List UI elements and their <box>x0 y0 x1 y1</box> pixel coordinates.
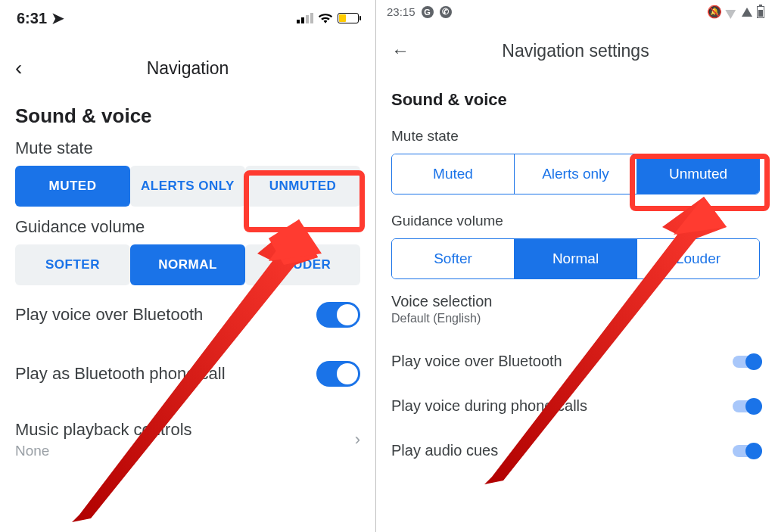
mute-state-segmented: Muted Alerts only Unmuted <box>391 154 760 194</box>
section-heading: Sound & voice <box>391 90 760 110</box>
android-nav-bar: ← Navigation settings <box>376 28 775 73</box>
mute-option-alerts[interactable]: Alerts only <box>514 154 636 194</box>
status-time: 6:31 <box>17 10 47 26</box>
mute-option-unmuted[interactable]: Unmuted <box>636 154 759 194</box>
battery-icon <box>757 6 764 18</box>
page-title: Navigation settings <box>502 41 649 61</box>
row-play-bluetooth[interactable]: Play voice over Bluetooth <box>15 285 360 344</box>
guidance-option-normal[interactable]: Normal <box>514 239 636 278</box>
guidance-volume-label: Guidance volume <box>15 217 360 237</box>
android-status-bar: 23:15 G ✆ 🔕 <box>376 0 775 20</box>
section-heading: Sound & voice <box>15 104 360 128</box>
mute-state-segmented: MUTED ALERTS ONLY UNMUTED <box>15 166 360 207</box>
row-label: Play voice over Bluetooth <box>15 305 203 325</box>
toggle-switch[interactable] <box>733 445 760 457</box>
mute-option-muted[interactable]: MUTED <box>15 166 130 207</box>
row-label: Play as Bluetooth phone call <box>15 364 226 384</box>
back-button[interactable]: ← <box>391 40 409 61</box>
row-label: Play voice over Bluetooth <box>391 353 562 370</box>
status-time: 23:15 <box>387 5 416 18</box>
row-play-during-calls[interactable]: Play voice during phone calls <box>391 384 760 428</box>
signal-down-icon <box>725 5 738 18</box>
toggle-switch[interactable] <box>316 302 360 328</box>
guidance-option-louder[interactable]: Louder <box>636 239 759 278</box>
row-label: Play voice during phone calls <box>391 397 587 415</box>
guidance-option-softer[interactable]: SOFTER <box>15 244 130 285</box>
mute-state-label: Mute state <box>391 128 760 145</box>
back-button[interactable]: ‹ <box>15 56 22 80</box>
toggle-switch[interactable] <box>733 356 760 368</box>
ios-nav-bar: ‹ Navigation <box>0 45 375 91</box>
guidance-option-softer[interactable]: Softer <box>392 239 514 278</box>
mute-option-unmuted[interactable]: UNMUTED <box>245 166 360 207</box>
mute-option-muted[interactable]: Muted <box>392 154 514 194</box>
row-play-bt-call[interactable]: Play as Bluetooth phone call <box>15 344 360 403</box>
phone-icon: ✆ <box>440 6 452 18</box>
mute-option-alerts[interactable]: ALERTS ONLY <box>130 166 245 207</box>
row-sub: Default (English) <box>391 312 760 325</box>
wifi-icon <box>318 13 333 23</box>
mute-bell-icon: 🔕 <box>707 5 722 19</box>
row-sub: None <box>15 443 192 459</box>
android-screen: 23:15 G ✆ 🔕 ← Navigation settings Sound … <box>376 0 775 532</box>
guidance-option-louder[interactable]: LOUDER <box>245 244 360 285</box>
row-label: Voice selection <box>391 293 760 310</box>
toggle-switch[interactable] <box>733 400 760 412</box>
signal-up-icon <box>742 8 752 17</box>
mute-state-label: Mute state <box>15 138 360 158</box>
location-arrow-icon: ➤ <box>51 10 64 26</box>
battery-icon <box>338 13 359 23</box>
cellular-signal-icon <box>297 13 313 23</box>
google-icon: G <box>422 6 434 18</box>
guidance-volume-label: Guidance volume <box>391 213 760 229</box>
row-play-bluetooth[interactable]: Play voice over Bluetooth <box>391 339 760 384</box>
ios-status-bar: 6:31 ➤ <box>0 0 375 30</box>
guidance-option-normal[interactable]: NORMAL <box>130 244 245 285</box>
guidance-segmented: SOFTER NORMAL LOUDER <box>15 244 360 285</box>
row-label: Play audio cues <box>391 442 498 459</box>
row-play-audio-cues[interactable]: Play audio cues <box>391 428 760 473</box>
row-label: Music playback controls <box>15 420 192 440</box>
toggle-switch[interactable] <box>316 361 360 387</box>
row-music-controls[interactable]: Music playback controls None › <box>15 403 360 476</box>
guidance-segmented: Softer Normal Louder <box>391 238 760 279</box>
page-title: Navigation <box>147 58 229 79</box>
ios-screen: 6:31 ➤ ‹ Navigation Sound & voice Mute s… <box>0 0 376 532</box>
chevron-right-icon: › <box>355 430 360 450</box>
row-voice-selection[interactable]: Voice selection Default (English) <box>391 279 760 339</box>
